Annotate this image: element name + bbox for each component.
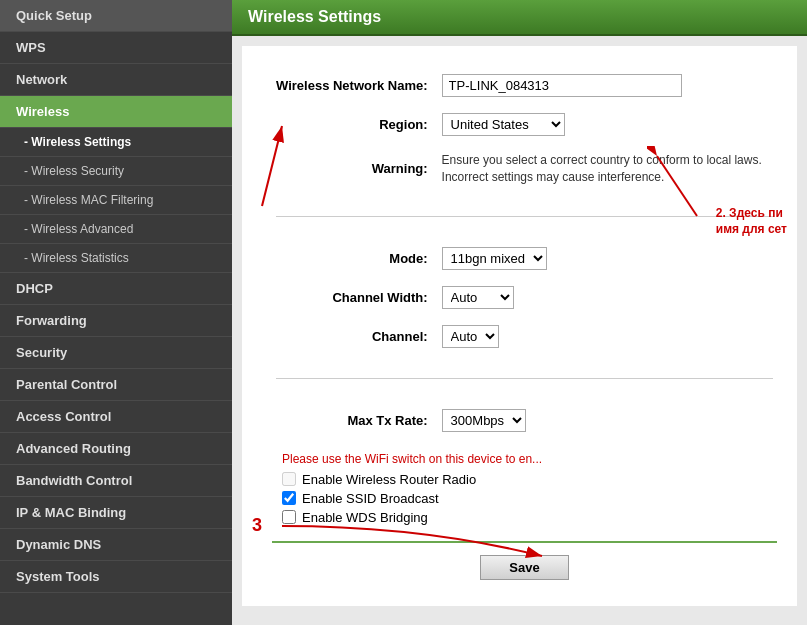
enable-wds-row: Enable WDS Bridging	[282, 510, 777, 525]
channel-width-row: Channel Width: Auto20MHz40MHz	[272, 278, 777, 317]
mode-label: Mode:	[272, 239, 438, 278]
sidebar-item-quick-setup[interactable]: Quick Setup	[0, 0, 232, 32]
network-name-label: Wireless Network Name:	[272, 66, 438, 105]
warning-content: Ensure you select a correct country to c…	[442, 152, 773, 186]
network-name-row: Wireless Network Name:	[272, 66, 777, 105]
warning-row: Warning: Ensure you select a correct cou…	[272, 144, 777, 194]
page-title: Wireless Settings	[248, 8, 381, 25]
sidebar-item-access-control[interactable]: Access Control	[0, 401, 232, 433]
enable-ssid-row: Enable SSID Broadcast	[282, 491, 777, 506]
region-select-cell: United StatesChinaGermanyUnited Kingdom	[438, 105, 777, 144]
channel-width-cell: Auto20MHz40MHz	[438, 278, 777, 317]
sidebar-item-parental-control[interactable]: Parental Control	[0, 369, 232, 401]
channel-select[interactable]: Auto1234567891011	[442, 325, 499, 348]
network-name-input-cell	[438, 66, 777, 105]
sidebar-item-security[interactable]: Security	[0, 337, 232, 369]
mode-row: Mode: 11bgn mixed11b only11g only11n onl…	[272, 239, 777, 278]
enable-ssid-checkbox[interactable]	[282, 491, 296, 505]
network-name-input[interactable]	[442, 74, 682, 97]
channel-cell: Auto1234567891011	[438, 317, 777, 356]
max-tx-cell: 300Mbps270Mbps243Mbps216Mbps130Mbps	[438, 401, 777, 440]
warning-text: Ensure you select a correct country to c…	[438, 144, 777, 194]
region-label: Region:	[272, 105, 438, 144]
mode-select-cell: 11bgn mixed11b only11g only11n only	[438, 239, 777, 278]
enable-wds-label: Enable WDS Bridging	[302, 510, 428, 525]
settings-form: Wireless Network Name: Region: United St…	[272, 66, 777, 440]
enable-ssid-label: Enable SSID Broadcast	[302, 491, 439, 506]
sidebar-item-dynamic-dns[interactable]: Dynamic DNS	[0, 529, 232, 561]
annotation-2: 2. Здесь пиимя для сет	[716, 206, 787, 237]
sidebar-item-network[interactable]: Network	[0, 64, 232, 96]
region-select[interactable]: United StatesChinaGermanyUnited Kingdom	[442, 113, 565, 136]
sidebar-item-wireless[interactable]: Wireless	[0, 96, 232, 128]
channel-row: Channel: Auto1234567891011	[272, 317, 777, 356]
sidebar-item-forwarding[interactable]: Forwarding	[0, 305, 232, 337]
annotation-3: 3	[252, 515, 262, 536]
sidebar-item-system-tools[interactable]: System Tools	[0, 561, 232, 593]
region-row: Region: United StatesChinaGermanyUnited …	[272, 105, 777, 144]
sidebar: Quick SetupWPSNetworkWireless- Wireless …	[0, 0, 232, 625]
max-tx-row: Max Tx Rate: 300Mbps270Mbps243Mbps216Mbp…	[272, 401, 777, 440]
sidebar-item---wireless-mac-filtering[interactable]: - Wireless MAC Filtering	[0, 186, 232, 215]
save-button[interactable]: Save	[480, 555, 568, 580]
main-content: Wireless Settings Wireless Network Name:…	[232, 0, 807, 625]
enable-radio-label: Enable Wireless Router Radio	[302, 472, 476, 487]
enable-radio-row: Enable Wireless Router Radio	[282, 472, 777, 487]
enable-radio-checkbox[interactable]	[282, 472, 296, 486]
sidebar-item-advanced-routing[interactable]: Advanced Routing	[0, 433, 232, 465]
channel-width-label: Channel Width:	[272, 278, 438, 317]
sidebar-item---wireless-advanced[interactable]: - Wireless Advanced	[0, 215, 232, 244]
content-area: Wireless Network Name: Region: United St…	[242, 46, 797, 606]
wifi-note: Please use the WiFi switch on this devic…	[282, 452, 777, 466]
page-header: Wireless Settings	[232, 0, 807, 36]
sidebar-item---wireless-settings[interactable]: - Wireless Settings	[0, 128, 232, 157]
channel-width-select[interactable]: Auto20MHz40MHz	[442, 286, 514, 309]
max-tx-select[interactable]: 300Mbps270Mbps243Mbps216Mbps130Mbps	[442, 409, 526, 432]
mode-select[interactable]: 11bgn mixed11b only11g only11n only	[442, 247, 547, 270]
save-area: Save	[272, 541, 777, 580]
sidebar-item-ip---mac-binding[interactable]: IP & MAC Binding	[0, 497, 232, 529]
max-tx-label: Max Tx Rate:	[272, 401, 438, 440]
channel-label: Channel:	[272, 317, 438, 356]
sidebar-item-dhcp[interactable]: DHCP	[0, 273, 232, 305]
sidebar-item-bandwidth-control[interactable]: Bandwidth Control	[0, 465, 232, 497]
sidebar-item-wps[interactable]: WPS	[0, 32, 232, 64]
sidebar-item---wireless-statistics[interactable]: - Wireless Statistics	[0, 244, 232, 273]
sidebar-item---wireless-security[interactable]: - Wireless Security	[0, 157, 232, 186]
enable-wds-checkbox[interactable]	[282, 510, 296, 524]
warning-label: Warning:	[272, 144, 438, 194]
